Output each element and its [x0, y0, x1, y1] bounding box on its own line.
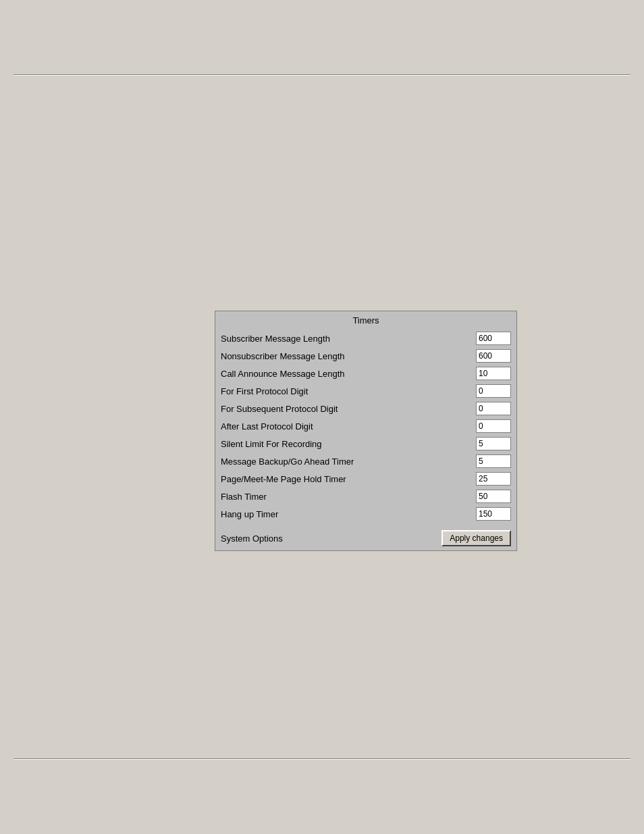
apply-changes-button[interactable]: Apply changes	[441, 530, 511, 546]
label-flash-timer: Flash Timer	[221, 492, 476, 502]
input-silent-limit-for-recording[interactable]	[476, 437, 511, 450]
label-hang-up-timer: Hang up Timer	[221, 509, 476, 519]
label-for-first-protocol-digit: For First Protocol Digit	[221, 386, 476, 396]
panel-title: Timers	[215, 311, 516, 330]
form-row-subscriber-message-length: Subscriber Message Length	[215, 330, 516, 347]
label-nonsubscriber-message-length: Nonsubscriber Message Length	[221, 351, 476, 361]
label-for-subsequent-protocol-digit: For Subsequent Protocol Digit	[221, 404, 476, 414]
form-row-hang-up-timer: Hang up Timer	[215, 505, 516, 526]
input-subscriber-message-length[interactable]	[476, 332, 511, 345]
input-for-first-protocol-digit[interactable]	[476, 384, 511, 398]
form-row-flash-timer: Flash Timer	[215, 488, 516, 505]
form-row-message-backup-go-ahead-timer: Message Backup/Go Ahead Timer	[215, 452, 516, 470]
label-call-announce-message-length: Call Announce Message Length	[221, 369, 476, 379]
input-call-announce-message-length[interactable]	[476, 367, 511, 380]
label-page-meet-me-page-hold-timer: Page/Meet-Me Page Hold Timer	[221, 474, 476, 484]
form-row-for-subsequent-protocol-digit: For Subsequent Protocol Digit	[215, 400, 516, 417]
input-after-last-protocol-digit[interactable]	[476, 419, 511, 433]
input-flash-timer[interactable]	[476, 490, 511, 503]
timers-panel: Timers Subscriber Message LengthNonsubsc…	[215, 311, 517, 551]
label-subscriber-message-length: Subscriber Message Length	[221, 334, 476, 344]
form-row-page-meet-me-page-hold-timer: Page/Meet-Me Page Hold Timer	[215, 470, 516, 488]
input-page-meet-me-page-hold-timer[interactable]	[476, 472, 511, 486]
system-options-row: System Options Apply changes	[215, 526, 516, 550]
form-row-nonsubscriber-message-length: Nonsubscriber Message Length	[215, 347, 516, 365]
input-nonsubscriber-message-length[interactable]	[476, 349, 511, 363]
input-for-subsequent-protocol-digit[interactable]	[476, 402, 511, 415]
input-hang-up-timer[interactable]	[476, 507, 511, 521]
form-row-for-first-protocol-digit: For First Protocol Digit	[215, 382, 516, 400]
label-after-last-protocol-digit: After Last Protocol Digit	[221, 421, 476, 432]
form-row-call-announce-message-length: Call Announce Message Length	[215, 365, 516, 382]
label-message-backup-go-ahead-timer: Message Backup/Go Ahead Timer	[221, 457, 476, 467]
bottom-rule	[14, 758, 630, 760]
form-row-silent-limit-for-recording: Silent Limit For Recording	[215, 435, 516, 452]
label-silent-limit-for-recording: Silent Limit For Recording	[221, 439, 476, 449]
input-message-backup-go-ahead-timer[interactable]	[476, 454, 511, 468]
system-options-label: System Options	[221, 533, 283, 544]
top-rule	[14, 74, 630, 76]
form-row-after-last-protocol-digit: After Last Protocol Digit	[215, 417, 516, 435]
